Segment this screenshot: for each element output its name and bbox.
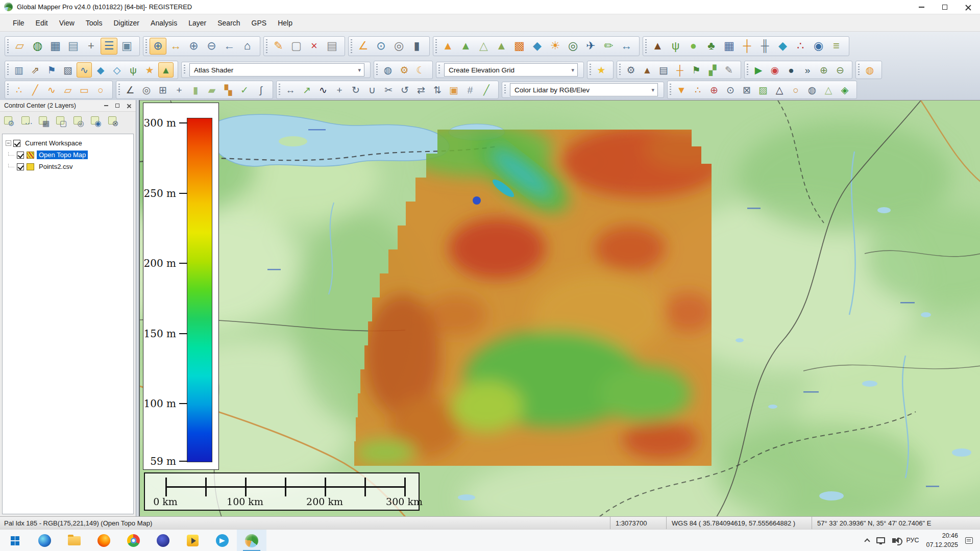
auto-terrain-button[interactable]: ▲ (640, 62, 655, 78)
menu-view[interactable]: View (54, 17, 80, 29)
create-line-button[interactable]: ╱ (28, 82, 43, 97)
delete-selected-button[interactable]: × (306, 38, 323, 55)
panel-close-button[interactable] (124, 102, 134, 110)
terrain-paint-button[interactable]: ✏ (600, 38, 617, 55)
action-center-icon[interactable] (965, 537, 973, 544)
area-operations-button[interactable]: ▰ (204, 82, 219, 97)
projection-settings-button[interactable]: ⚙ (397, 62, 412, 78)
menu-layer[interactable]: Layer (183, 17, 212, 29)
tray-expand-icon[interactable] (865, 538, 870, 544)
coordinate-geometry-button[interactable]: ∠ (122, 82, 138, 97)
new-map-window-button[interactable]: ▤ (65, 38, 82, 55)
terrain-pan-button[interactable]: ↔ (618, 38, 635, 55)
view-horizon-button[interactable]: ☀ (547, 38, 564, 55)
online-sources-button[interactable]: ◍ (380, 62, 396, 78)
tree-expander[interactable] (6, 140, 11, 146)
magnify-doc-in-button[interactable]: ⊕ (816, 62, 831, 78)
lidar-point-cloud-button[interactable]: ∴ (690, 82, 705, 97)
split-view-button[interactable]: ▥ (11, 62, 27, 78)
firefox-browser[interactable] (89, 530, 118, 551)
move-vertex-button[interactable]: + (332, 82, 347, 97)
zoom-out-button[interactable]: ⊖ (203, 38, 220, 55)
menu-edit[interactable]: Edit (30, 17, 54, 29)
network-display-icon[interactable] (876, 537, 885, 543)
lidar-noise-classify-button[interactable]: ○ (788, 82, 803, 97)
menu-file[interactable]: File (7, 17, 30, 29)
elevation-grid-combo[interactable]: Create Elevation Grid▾ (444, 63, 578, 77)
panel-maximize-button[interactable] (112, 102, 122, 110)
join-lines-button[interactable]: ∪ (364, 82, 380, 97)
lidar-thin-button[interactable]: ⊠ (739, 82, 754, 97)
digitizer-tool-button[interactable]: ✎ (270, 38, 287, 55)
layer-checkbox[interactable] (17, 152, 24, 159)
edit-vertices-button[interactable]: ∿ (315, 82, 331, 97)
building-features-button[interactable]: ▦ (721, 38, 738, 55)
lidar-auto-classify-button[interactable]: ◍ (804, 82, 820, 97)
water-level-rise-button[interactable]: ◆ (93, 62, 108, 78)
view-3d-button[interactable]: ▧ (60, 62, 76, 78)
lidar-filter-button[interactable]: ▼ (674, 82, 689, 97)
terrain-compare-button[interactable]: △ (475, 38, 492, 55)
language-indicator[interactable]: РУС (906, 537, 919, 544)
classification-legend-button[interactable]: ≡ (828, 38, 845, 55)
gps-device-button[interactable]: ▮ (408, 38, 425, 55)
layer-visibility-button[interactable]: ◉ (90, 115, 103, 129)
control-center-toggle-button[interactable]: ☰ (101, 38, 117, 55)
utility-pole-features-button[interactable]: ┼ (739, 38, 755, 55)
extrude-building-button[interactable]: ▮ (188, 82, 203, 97)
layer-search-button[interactable]: ◎ (72, 115, 86, 129)
create-grid-button[interactable]: ⊞ (155, 82, 170, 97)
start-button[interactable] (0, 530, 30, 551)
shrub-features-button[interactable]: ● (685, 38, 702, 55)
split-line-button[interactable]: ✂ (381, 82, 396, 97)
lidar-point-query-button[interactable]: ⊙ (723, 82, 738, 97)
day-night-shading-button[interactable]: ☾ (413, 62, 428, 78)
layer-attributes-button[interactable]: ▦ (38, 115, 51, 129)
lidar-colorize-combo[interactable]: Color Lidar by RGB/Elev▾ (510, 83, 658, 96)
create-rectangle-button[interactable]: ▭ (77, 82, 92, 97)
terrain-shader-button[interactable]: ▲ (439, 38, 456, 55)
search-data-button[interactable]: ◎ (390, 38, 407, 55)
mirror-vertical-button[interactable]: ⇅ (430, 82, 445, 97)
menu-gps[interactable]: GPS (246, 17, 273, 29)
viewshed-analysis-button[interactable]: ▩ (511, 38, 528, 55)
terrain-analysis-button[interactable]: ▲ (457, 38, 474, 55)
record-animation-button[interactable]: ◉ (767, 62, 782, 78)
lidar-ground-classify-button[interactable]: △ (772, 82, 787, 97)
offset-node-button[interactable]: + (172, 82, 187, 97)
lidar-elevation-layers-button[interactable]: ◈ (837, 82, 852, 97)
layer-metadata-button[interactable]: ⋯ (20, 115, 34, 129)
file-explorer[interactable] (59, 530, 89, 551)
trace-digitize-button[interactable]: ∫ (253, 82, 268, 97)
send-to-view-button[interactable]: ⇗ (28, 62, 43, 78)
telegram-app[interactable] (207, 530, 237, 551)
select-features-button[interactable]: ▢ (288, 38, 305, 55)
menu-tools[interactable]: Tools (80, 17, 108, 29)
close-button[interactable] (957, 0, 980, 14)
overview-map-button[interactable]: ▣ (118, 38, 135, 55)
watershed-analysis-button[interactable]: ◆ (529, 38, 546, 55)
zoom-to-layer-button[interactable]: ▢ (55, 115, 68, 129)
plugin-manager-button[interactable]: ▞ (705, 62, 720, 78)
point-classification-button[interactable]: ∴ (792, 38, 809, 55)
panel-minimize-button[interactable] (101, 102, 111, 110)
flag-area-button[interactable]: ⚑ (44, 62, 59, 78)
pan-tool-button[interactable]: ↔ (167, 38, 184, 55)
snap-target-button[interactable]: ◎ (139, 82, 154, 97)
world-imagery-button[interactable]: ◍ (862, 62, 877, 78)
clock[interactable]: 20:46 07.12.2025 (926, 531, 958, 549)
edge-browser[interactable] (30, 530, 59, 551)
terrain-combine-button[interactable]: ▲ (493, 38, 510, 55)
favorite-tool-button[interactable]: ★ (594, 62, 609, 78)
grass-features-button[interactable]: ψ (667, 38, 684, 55)
duplicate-feature-button[interactable]: ▣ (446, 82, 461, 97)
global-mapper-app[interactable] (237, 530, 266, 551)
auto-pole-extract-button[interactable]: ┼ (672, 62, 688, 78)
measure-tool-button[interactable]: ∠ (355, 38, 372, 55)
speaker-icon[interactable] (892, 538, 896, 543)
save-workspace-button[interactable]: ▦ (47, 38, 64, 55)
combine-shapes-button[interactable]: ▚ (220, 82, 236, 97)
menu-analysis[interactable]: Analysis (145, 17, 183, 29)
tree-features-button[interactable]: ♣ (703, 38, 720, 55)
epic-browser[interactable] (148, 530, 178, 551)
